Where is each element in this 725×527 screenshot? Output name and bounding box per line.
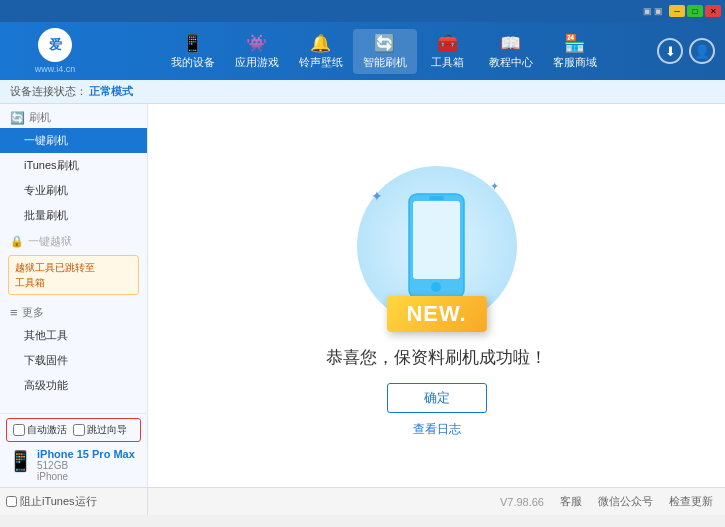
log-link[interactable]: 查看日志	[413, 421, 461, 438]
batch-label: 批量刷机	[24, 209, 68, 221]
service-icon: 🏪	[564, 33, 585, 54]
nav-tab-ringtones[interactable]: 🔔 铃声壁纸	[289, 29, 353, 74]
itunes-checkbox[interactable]	[6, 496, 17, 507]
flash-icon: 🔄	[374, 33, 395, 54]
svg-rect-1	[413, 201, 460, 279]
status-bar: 设备连接状态： 正常模式	[0, 80, 725, 104]
sidebar-section-jailbreak-header: 🔒 一键越狱	[0, 228, 147, 252]
jailbreak-notice: 越狱工具已跳转至工具箱	[8, 255, 139, 295]
nav-tab-apps[interactable]: 👾 应用游戏	[225, 29, 289, 74]
nav-tab-flash-label: 智能刷机	[363, 55, 407, 70]
guide-checkbox-label[interactable]: 跳过向导	[73, 423, 127, 437]
new-badge: NEW.	[386, 296, 486, 332]
logo-area: 爱 www.i4.cn	[0, 28, 110, 74]
success-message: 恭喜您，保资料刷机成功啦！	[326, 346, 547, 369]
logo-subtitle: www.i4.cn	[35, 64, 76, 74]
sidebar-section-flash: 🔄 刷机 一键刷机 iTunes刷机 专业刷机 批量刷机	[0, 104, 147, 228]
sparkle-left-icon: ✦	[371, 188, 383, 204]
sidebar-section-jailbreak: 🔒 一键越狱 越狱工具已跳转至工具箱	[0, 228, 147, 295]
itunes-label: iTunes刷机	[24, 159, 79, 171]
footer-link-service[interactable]: 客服	[560, 494, 582, 509]
sidebar-item-professional[interactable]: 专业刷机	[0, 178, 147, 203]
confirm-button[interactable]: 确定	[387, 383, 487, 413]
sidebar-item-other-tools[interactable]: 其他工具	[0, 323, 147, 348]
download-firmware-label: 下载固件	[24, 354, 68, 366]
guide-label: 跳过向导	[87, 423, 127, 437]
sidebar-item-onekey[interactable]: 一键刷机	[0, 128, 147, 153]
log-link-label: 查看日志	[413, 422, 461, 436]
system-topbar: ▣ ▣ ─ □ ✕	[0, 0, 725, 22]
minimize-button[interactable]: ─	[669, 5, 685, 17]
device-name: iPhone 15 Pro Max	[37, 448, 135, 460]
auto-activate-checkbox-label[interactable]: 自动激活	[13, 423, 67, 437]
guide-checkbox[interactable]	[73, 424, 85, 436]
nav-tab-devices[interactable]: 📱 我的设备	[161, 29, 225, 74]
logo-circle: 爱	[38, 28, 72, 62]
auto-activate-checkbox[interactable]	[13, 424, 25, 436]
sidebar-section-flash-header: 🔄 刷机	[0, 104, 147, 128]
professional-label: 专业刷机	[24, 184, 68, 196]
footer-bar: 阻止iTunes运行 V7.98.66 客服 微信公众号 检查更新	[0, 487, 725, 515]
sidebar-item-itunes[interactable]: iTunes刷机	[0, 153, 147, 178]
device-phone-icon: 📱	[8, 449, 33, 473]
ringtones-icon: 🔔	[310, 33, 331, 54]
close-button[interactable]: ✕	[705, 5, 721, 17]
svg-point-3	[431, 282, 441, 292]
sidebar-main: 🔄 刷机 一键刷机 iTunes刷机 专业刷机 批量刷机	[0, 104, 147, 413]
footer-right: V7.98.66 客服 微信公众号 检查更新	[148, 494, 725, 509]
device-options-row: 自动激活 跳过向导	[6, 418, 141, 442]
more-section-icon: ≡	[10, 305, 18, 320]
wifi-icon: ▣	[643, 6, 652, 16]
flash-section-label: 刷机	[29, 110, 51, 125]
itunes-label: 阻止iTunes运行	[20, 494, 97, 509]
device-storage: 512GB	[37, 460, 135, 471]
sidebar-wrapper: 🔄 刷机 一键刷机 iTunes刷机 专业刷机 批量刷机	[0, 104, 148, 487]
devices-icon: 📱	[182, 33, 203, 54]
nav-tab-tutorials[interactable]: 📖 教程中心	[479, 29, 543, 74]
flash-section-icon: 🔄	[10, 111, 25, 125]
main-area: 🔄 刷机 一键刷机 iTunes刷机 专业刷机 批量刷机	[0, 104, 725, 487]
battery-icon: ▣	[654, 6, 663, 16]
nav-tab-flash[interactable]: 🔄 智能刷机	[353, 29, 417, 74]
onekey-label: 一键刷机	[24, 134, 68, 146]
footer-left: 阻止iTunes运行	[0, 488, 148, 515]
sidebar-item-advanced[interactable]: 高级功能	[0, 373, 147, 398]
jailbreak-section-label: 一键越狱	[28, 234, 72, 249]
apps-icon: 👾	[246, 33, 267, 54]
device-type: iPhone	[37, 471, 135, 482]
status-prefix: 设备连接状态：	[10, 84, 87, 99]
sidebar-item-download-firmware[interactable]: 下载固件	[0, 348, 147, 373]
account-button[interactable]: 👤	[689, 38, 715, 64]
footer-link-update[interactable]: 检查更新	[669, 494, 713, 509]
confirm-button-label: 确定	[424, 390, 450, 405]
itunes-checkbox-label[interactable]: 阻止iTunes运行	[6, 494, 97, 509]
advanced-label: 高级功能	[24, 379, 68, 391]
nav-tab-tools-label: 工具箱	[431, 55, 464, 70]
header-actions: ⬇ 👤	[657, 38, 725, 64]
header: 爱 www.i4.cn 📱 我的设备 👾 应用游戏 🔔 铃声壁纸 🔄 智能刷机 …	[0, 22, 725, 80]
nav-tab-service[interactable]: 🏪 客服商域	[543, 29, 607, 74]
download-button[interactable]: ⬇	[657, 38, 683, 64]
footer-link-wechat[interactable]: 微信公众号	[598, 494, 653, 509]
nav-tab-devices-label: 我的设备	[171, 55, 215, 70]
sidebar-section-more: ≡ 更多 其他工具 下载固件 高级功能	[0, 299, 147, 398]
nav-tab-ringtones-label: 铃声壁纸	[299, 55, 343, 70]
nav-tab-tools[interactable]: 🧰 工具箱	[417, 29, 479, 74]
device-info-row: 📱 iPhone 15 Pro Max 512GB iPhone	[0, 445, 147, 485]
success-illustration: ✦ ✦ NEW.	[347, 153, 527, 338]
tools-icon: 🧰	[437, 33, 458, 54]
nav-tab-apps-label: 应用游戏	[235, 55, 279, 70]
auto-activate-label: 自动激活	[27, 423, 67, 437]
svg-rect-2	[429, 196, 444, 200]
sidebar-item-batch[interactable]: 批量刷机	[0, 203, 147, 228]
jailbreak-section-icon: 🔒	[10, 235, 24, 248]
sidebar-section-more-header: ≡ 更多	[0, 299, 147, 323]
nav-tab-tutorials-label: 教程中心	[489, 55, 533, 70]
phone-svg	[404, 191, 469, 301]
nav-tabs: 📱 我的设备 👾 应用游戏 🔔 铃声壁纸 🔄 智能刷机 🧰 工具箱 📖 教程中心…	[110, 29, 657, 74]
content-area: ✦ ✦ NEW. 恭喜您，保资料刷机成功啦！ 确定 查看日志	[148, 104, 725, 487]
device-panel: 自动激活 跳过向导 📱 iPhone 15 Pro Max 512GB iPho…	[0, 413, 147, 487]
more-section-label: 更多	[22, 305, 44, 320]
maximize-button[interactable]: □	[687, 5, 703, 17]
nav-tab-service-label: 客服商域	[553, 55, 597, 70]
